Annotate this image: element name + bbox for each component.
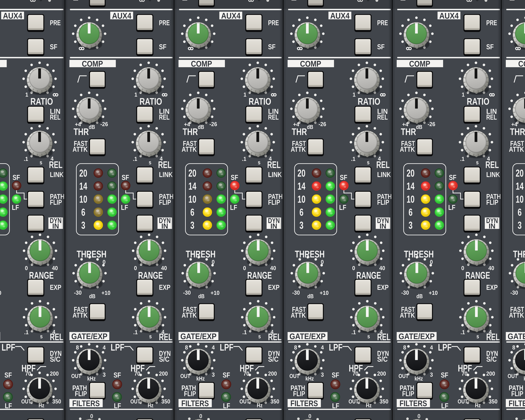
svg-text:.1: .1 [460,329,465,336]
svg-text:ATTK: ATTK [509,311,524,319]
svg-text:20: 20 [298,167,305,179]
svg-text:200: 200 [159,370,168,377]
svg-text:70: 70 [353,370,358,377]
svg-text:.1: .1 [24,156,28,162]
svg-text:3: 3 [518,219,522,231]
svg-text:S/C: S/C [159,355,169,363]
svg-text:8: 8 [294,344,297,351]
svg-text:SF: SF [449,173,456,181]
svg-text:FLIP: FLIP [75,390,87,398]
svg-text:AUX4: AUX4 [112,11,131,20]
svg-text:3: 3 [300,219,303,231]
svg-text:Hz: Hz [475,402,481,409]
svg-text:4: 4 [430,344,433,351]
svg-text:COMP: COMP [518,59,525,68]
svg-text:3: 3 [81,219,85,231]
svg-text:70: 70 [134,370,140,377]
svg-text:COMP: COMP [82,59,103,68]
svg-text:THR: THR [183,126,198,137]
svg-text:0: 0 [243,265,246,271]
svg-text:FLIP: FLIP [402,390,414,398]
svg-text:Hz: Hz [257,402,262,409]
svg-text:FLIP: FLIP [159,198,171,206]
svg-text:RATIO: RATIO [249,96,271,107]
svg-text:FILTERS: FILTERS [181,399,209,408]
svg-text:LPF: LPF [111,342,124,353]
svg-text:ATTK: ATTK [182,311,197,319]
svg-text:RATIO: RATIO [140,96,162,107]
svg-text:.1: .1 [351,156,356,162]
svg-text:SF: SF [332,371,339,379]
svg-text:8: 8 [76,344,79,351]
svg-text:-26: -26 [319,121,326,127]
svg-text:-26: -26 [100,121,108,127]
svg-text:200: 200 [377,370,386,377]
svg-text:ATTK: ATTK [73,145,88,153]
svg-text:SF: SF [5,371,12,379]
svg-text:SF: SF [231,173,238,181]
svg-text:14: 14 [516,180,524,192]
svg-text:-30: -30 [74,289,82,296]
svg-text:FILTERS: FILTERS [72,399,100,408]
svg-text:1: 1 [25,91,28,98]
svg-text:20: 20 [516,167,524,179]
svg-text:REL: REL [377,113,388,121]
svg-text:THRESH: THRESH [295,249,325,260]
svg-text:EXP: EXP [268,283,280,291]
svg-text:LF: LF [121,203,128,211]
svg-text:1: 1 [244,91,246,98]
svg-text:SF: SF [122,173,129,181]
svg-text:20: 20 [407,167,414,179]
svg-text:THRESH: THRESH [404,249,434,260]
svg-text:+10: +10 [102,289,111,296]
svg-text:10: 10 [79,193,87,205]
svg-text:dB: dB [307,293,314,299]
svg-text:14: 14 [79,180,87,192]
svg-text:REL: REL [485,159,499,170]
svg-text:OUT: OUT [290,373,300,379]
svg-text:IN: IN [161,222,168,230]
svg-text:IN: IN [52,222,59,230]
svg-text:+10: +10 [320,289,329,296]
svg-text:EXP: EXP [377,283,389,291]
svg-text:LF: LF [332,402,339,410]
svg-text:6: 6 [409,206,412,218]
svg-text:1: 1 [462,91,465,98]
svg-text:70: 70 [244,370,249,377]
svg-text:IN: IN [380,222,386,230]
svg-text:ATTK: ATTK [509,145,524,153]
svg-text:OUT: OUT [21,398,31,405]
svg-text:kHz: kHz [196,375,205,382]
svg-text:OUT: OUT [349,398,359,405]
svg-text:LF: LF [230,203,237,211]
svg-text:0: 0 [430,259,433,265]
svg-text:AUX4: AUX4 [439,11,459,20]
svg-text:Hz: Hz [39,402,44,409]
svg-text:PRE: PRE [50,19,61,27]
svg-text:REL: REL [267,159,281,170]
svg-text:AUX4: AUX4 [221,11,240,20]
svg-text:ATTK: ATTK [400,311,415,319]
svg-text:kHz: kHz [305,375,314,382]
svg-text:ATTK: ATTK [291,145,306,153]
svg-text:70: 70 [25,370,31,377]
svg-text:10: 10 [298,193,305,205]
svg-text:kHz: kHz [524,375,525,382]
svg-text:REL: REL [49,159,63,170]
svg-text:kHz: kHz [87,375,96,382]
svg-text:8: 8 [185,344,188,351]
svg-text:s: s [149,159,151,166]
svg-text:THR: THR [74,126,89,137]
svg-text:LF: LF [223,402,230,410]
svg-text:FLIP: FLIP [50,198,62,206]
svg-text:.1: .1 [133,156,137,162]
svg-text:LPF: LPF [220,342,234,353]
svg-text:FILTERS: FILTERS [400,399,427,408]
svg-text:FLIP: FLIP [377,198,389,206]
svg-text:dB: dB [416,293,423,299]
svg-text:.1: .1 [242,329,247,336]
svg-text:LF: LF [5,402,12,410]
svg-text:OUT: OUT [508,373,518,379]
svg-text:.1: .1 [460,156,465,162]
svg-text:S/C: S/C [268,355,279,363]
